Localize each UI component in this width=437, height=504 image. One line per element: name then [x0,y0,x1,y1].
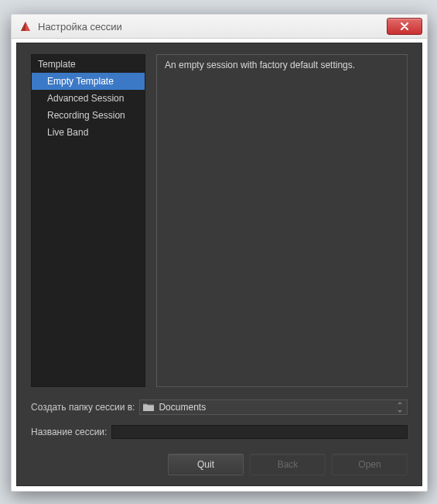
dialog-window: Настройка сессии Template Empty Template… [11,14,428,492]
open-button: Open [332,454,408,475]
session-name-input[interactable] [111,425,408,439]
app-icon [19,20,32,33]
session-name-label: Название сессии: [31,427,107,437]
template-item-empty[interactable]: Empty Template [32,73,145,90]
folder-select[interactable]: Documents [139,399,408,415]
close-button[interactable] [387,18,422,35]
client-area: Template Empty Template Advanced Session… [16,43,422,486]
template-tree-header: Template [32,57,145,73]
back-button: Back [250,454,326,475]
quit-button[interactable]: Quit [168,454,244,475]
folder-value: Documents [159,402,206,413]
window-title: Настройка сессии [38,21,122,33]
template-item-recording[interactable]: Recording Session [32,107,145,124]
template-tree[interactable]: Template Empty Template Advanced Session… [31,54,145,387]
svg-marker-1 [21,22,26,31]
template-item-advanced[interactable]: Advanced Session [32,90,145,107]
titlebar[interactable]: Настройка сессии [12,15,427,39]
template-description: An empty session with factory default se… [156,54,408,387]
template-item-liveband[interactable]: Live Band [32,124,145,141]
folder-label: Создать папку сессии в: [31,402,135,413]
folder-spinner-icon[interactable] [398,402,405,413]
folder-icon [143,403,154,412]
